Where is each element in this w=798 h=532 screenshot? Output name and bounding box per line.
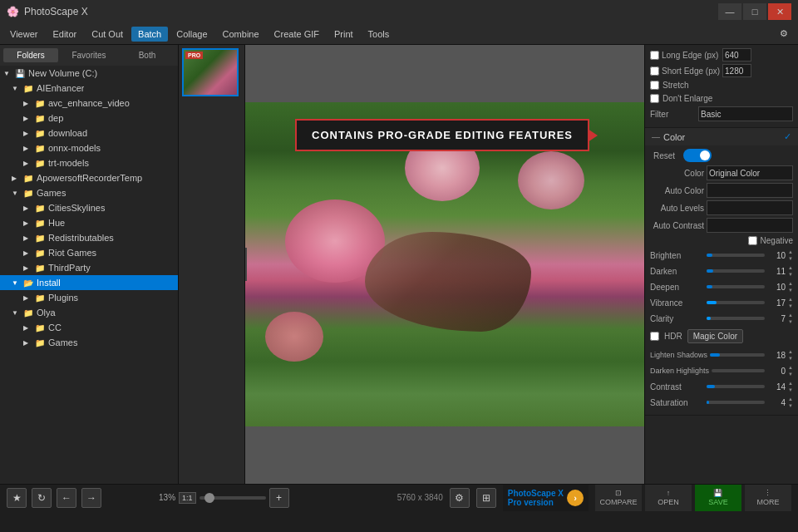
dontenlarge-checkbox[interactable] xyxy=(650,94,659,103)
auto-levels-select[interactable] xyxy=(707,200,793,215)
hdr-checkbox[interactable] xyxy=(650,332,659,341)
title-bar-left: 🌸 PhotoScape X xyxy=(7,6,88,17)
menu-viewer[interactable]: Viewer xyxy=(3,27,44,42)
lighten-shadows-spinner[interactable]: ▲▼ xyxy=(788,348,793,362)
menu-combine[interactable]: Combine xyxy=(216,27,266,42)
stretch-checkbox[interactable] xyxy=(650,81,659,90)
sliders-group2: Lighten Shadows 18 ▲▼ Darken Highlights … xyxy=(650,348,793,409)
more-button[interactable]: ⋮ MORE xyxy=(745,485,791,511)
menu-batch[interactable]: Batch xyxy=(131,27,168,42)
darken-spinner[interactable]: ▲▼ xyxy=(788,264,793,278)
tree-item-olya[interactable]: ▼ 📁 Olya xyxy=(0,305,178,320)
tree-item-riotgames[interactable]: ▶ 📁 Riot Games xyxy=(0,245,178,260)
maximize-button[interactable]: □ xyxy=(743,3,766,20)
color-toggle[interactable] xyxy=(683,149,712,162)
bottom-zoom: 13% 1:1 + xyxy=(159,488,289,508)
open-button[interactable]: ↑ OPEN xyxy=(645,485,692,511)
short-edge-input[interactable] xyxy=(722,64,751,77)
grid-button[interactable]: ⊞ xyxy=(476,488,496,508)
tree-item-trt[interactable]: ▶ 📁 trt-models xyxy=(0,155,178,170)
close-button[interactable]: ✕ xyxy=(768,3,791,20)
tree-label: CC xyxy=(48,323,62,332)
long-edge-checkbox[interactable] xyxy=(650,51,659,60)
saturation-spinner[interactable]: ▲▼ xyxy=(788,396,793,409)
canvas-main: PRO ◀ xyxy=(179,45,644,484)
brighten-value: 10 xyxy=(767,251,786,260)
tree-item-apowersoft[interactable]: ▶ 📁 ApowersoftRecorderTemp xyxy=(0,170,178,185)
tree-item-cities[interactable]: ▶ 📁 CitiesSkylines xyxy=(0,200,178,215)
thumbnail-item[interactable]: PRO xyxy=(182,48,239,96)
tree-item-aienhancer[interactable]: ▼ 📁 AIEnhancer xyxy=(0,81,178,96)
color-section-header[interactable]: — Color ✓ xyxy=(645,128,798,145)
deepen-slider-row: Deepen 10 ▲▼ xyxy=(650,280,793,293)
tree-item-olya-games[interactable]: ▶ 📁 Games xyxy=(0,335,178,350)
tree-label: Hue xyxy=(48,218,65,228)
forward-button[interactable]: → xyxy=(81,488,101,508)
contrast-spinner[interactable]: ▲▼ xyxy=(788,380,793,393)
star-button[interactable]: ★ xyxy=(7,488,27,508)
tree-item-cc[interactable]: ▶ 📁 CC xyxy=(0,320,178,335)
tree-item-avc[interactable]: ▶ 📁 avc_enhance_video xyxy=(0,96,178,111)
pro-upgrade-button[interactable]: › xyxy=(567,490,584,506)
tree-item-download[interactable]: ▶ 📁 download xyxy=(0,126,178,140)
tab-folders[interactable]: Folders xyxy=(3,48,58,62)
tab-favorites[interactable]: Favorites xyxy=(62,48,116,62)
short-edge-checkbox[interactable] xyxy=(650,66,659,76)
bottom-actions: ★ ↻ ← → xyxy=(7,488,101,508)
deepen-track[interactable] xyxy=(707,285,765,288)
reset-button[interactable]: Reset xyxy=(650,150,678,162)
settings-button[interactable]: ⚙ xyxy=(450,488,470,508)
negative-row: Negative xyxy=(650,235,793,246)
menu-creategif[interactable]: Create GIF xyxy=(268,27,326,42)
save-button[interactable]: 💾 SAVE xyxy=(695,485,741,511)
lighten-shadows-track[interactable] xyxy=(710,353,765,357)
color-select[interactable]: Original Color xyxy=(707,165,793,180)
tree-item-plugins[interactable]: ▶ 📁 Plugins xyxy=(0,290,178,305)
negative-checkbox[interactable] xyxy=(748,236,757,245)
vibrance-spinner[interactable]: ▲▼ xyxy=(788,296,793,309)
tree-item-hue[interactable]: ▶ 📁 Hue xyxy=(0,215,178,230)
zoom-slider[interactable] xyxy=(200,496,266,500)
settings-gear-icon[interactable]: ⚙ xyxy=(773,23,795,45)
clarity-spinner[interactable]: ▲▼ xyxy=(788,312,793,325)
clarity-track[interactable] xyxy=(707,317,765,320)
darken-highlights-spinner[interactable]: ▲▼ xyxy=(788,364,793,377)
brighten-spinner[interactable]: ▲▼ xyxy=(788,249,793,262)
tree-item-newvolume[interactable]: ▼ 💾 New Volume (C:) xyxy=(0,66,178,81)
magic-color-button[interactable]: Magic Color xyxy=(687,329,743,343)
tree-item-thirdparty[interactable]: ▶ 📁 ThirdParty xyxy=(0,260,178,275)
arrow-icon: ▶ xyxy=(23,249,32,257)
deepen-spinner[interactable]: ▲▼ xyxy=(788,280,793,293)
tree-label: avc_enhance_video xyxy=(48,98,130,108)
tree-item-onnx[interactable]: ▶ 📁 onnx-models xyxy=(0,140,178,155)
long-edge-input[interactable] xyxy=(722,48,751,62)
tab-both[interactable]: Both xyxy=(120,48,175,62)
back-button[interactable]: ← xyxy=(57,488,76,508)
refresh-button[interactable]: ↻ xyxy=(32,488,52,508)
filter-select[interactable]: Basic Lanczos xyxy=(698,106,793,121)
vibrance-track[interactable] xyxy=(707,301,765,304)
darken-highlights-track[interactable] xyxy=(712,369,765,372)
tree-item-redistributables[interactable]: ▶ 📁 Redistributables xyxy=(0,230,178,245)
auto-color-select[interactable] xyxy=(707,183,793,198)
tooltip-text: CONTAINS PRO-GRADE EDITING FEATURES xyxy=(312,129,573,141)
lighten-shadows-label: Lighten Shadows xyxy=(650,351,707,359)
darken-track[interactable] xyxy=(707,269,765,273)
compare-button[interactable]: ⊡ COMPARE xyxy=(595,485,642,511)
auto-contrast-select[interactable] xyxy=(707,218,793,233)
collapse-panel-button[interactable]: ◀ xyxy=(245,248,247,281)
tooltip-arrow-icon xyxy=(588,129,598,142)
menu-tools[interactable]: Tools xyxy=(362,27,397,42)
minimize-button[interactable]: — xyxy=(718,3,741,20)
contrast-track[interactable] xyxy=(707,385,765,388)
menu-cutout[interactable]: Cut Out xyxy=(85,27,130,42)
brighten-track[interactable] xyxy=(707,254,765,257)
menu-collage[interactable]: Collage xyxy=(170,27,214,42)
tree-item-games[interactable]: ▼ 📁 Games xyxy=(0,185,178,200)
menu-editor[interactable]: Editor xyxy=(46,27,83,42)
tree-item-install[interactable]: ▼ 📂 Install xyxy=(0,275,178,290)
saturation-track[interactable] xyxy=(707,401,765,404)
zoom-plus-button[interactable]: + xyxy=(269,488,289,508)
menu-print[interactable]: Print xyxy=(328,27,360,42)
tree-item-dep[interactable]: ▶ 📁 dep xyxy=(0,111,178,126)
